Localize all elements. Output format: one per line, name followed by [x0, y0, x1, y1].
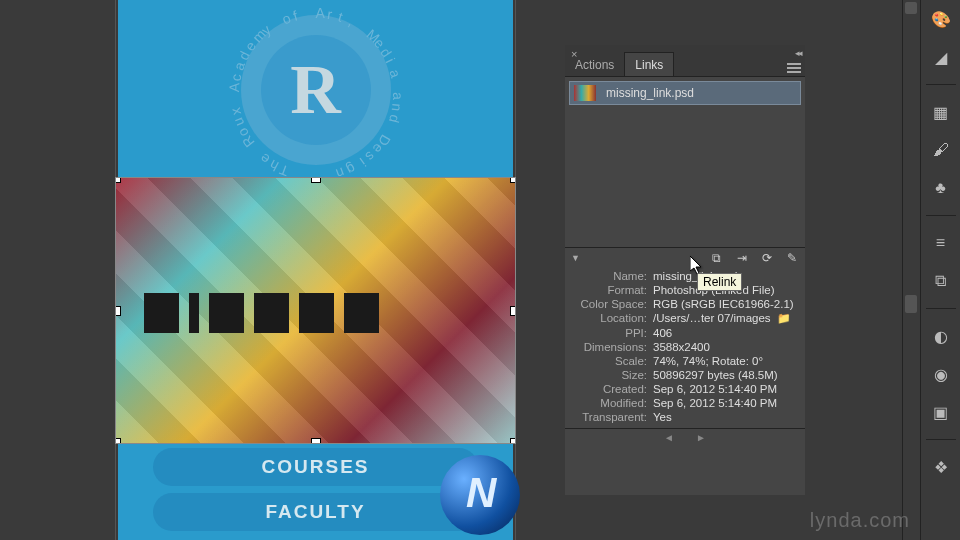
reveal-folder-icon[interactable]: 📁	[777, 312, 791, 324]
layers-icon[interactable]: ❖	[930, 456, 952, 478]
edit-original-icon[interactable]: ✎	[784, 250, 799, 265]
scroll-thumb[interactable]	[905, 295, 917, 313]
vertical-scrollbar[interactable]	[902, 0, 918, 540]
value-scale: 74%, 74%; Rotate: 0°	[653, 355, 797, 367]
label-scale: Scale:	[573, 355, 653, 367]
workspace: R The Roux Academy of Art, Media and Des…	[0, 0, 900, 540]
appearance-icon[interactable]: ◉	[930, 363, 952, 385]
swatches-icon[interactable]: ▦	[930, 101, 952, 123]
label-colorspace: Color Space:	[573, 298, 653, 310]
align-icon[interactable]: ⧉	[930, 270, 952, 292]
panel-menu-icon[interactable]	[787, 63, 801, 73]
right-icon-rail: 🎨 ◢ ▦ 🖌 ♣ ≡ ⧉ ◐ ◉ ▣ ❖	[920, 0, 960, 540]
handle-bot-right[interactable]	[511, 439, 515, 443]
link-nav-footer: ◄ ►	[565, 428, 805, 446]
brushes-icon[interactable]: 🖌	[930, 139, 952, 161]
graphic-styles-icon[interactable]: ▣	[930, 401, 952, 423]
prev-link-icon[interactable]: ◄	[664, 432, 674, 443]
link-info-body: Name:missing_link.psd Format:Photoshop (…	[565, 267, 805, 428]
handle-top-right[interactable]	[511, 178, 515, 182]
label-format: Format:	[573, 284, 653, 296]
link-thumbnail	[574, 85, 596, 101]
label-created: Created:	[573, 383, 653, 395]
selection-handles	[116, 178, 515, 443]
goto-link-icon[interactable]: ⇥	[734, 250, 749, 265]
value-modified: Sep 6, 2012 5:14:40 PM	[653, 397, 797, 409]
handle-mid-right[interactable]	[511, 307, 515, 315]
panel-header: × ◂◂ Actions Links	[565, 45, 805, 77]
value-ppi: 406	[653, 327, 797, 339]
handle-bot-mid[interactable]	[312, 439, 320, 443]
stroke-icon[interactable]: ≡	[930, 232, 952, 254]
value-colorspace: RGB (sRGB IEC61966-2.1)	[653, 298, 797, 310]
value-location: /Users/…ter 07/images📁	[653, 312, 797, 325]
label-location: Location:	[573, 312, 653, 325]
artboard: R The Roux Academy of Art, Media and Des…	[118, 0, 513, 540]
next-link-icon[interactable]: ►	[696, 432, 706, 443]
handle-top-mid[interactable]	[312, 178, 320, 182]
label-size: Size:	[573, 369, 653, 381]
logo-area: R The Roux Academy of Art, Media and Des…	[118, 0, 513, 180]
value-transparent: Yes	[653, 411, 797, 423]
label-ppi: PPI:	[573, 327, 653, 339]
transparency-icon[interactable]: ◐	[930, 325, 952, 347]
color-icon[interactable]: 🎨	[930, 8, 952, 30]
symbols-icon[interactable]: ♣	[930, 177, 952, 199]
value-created: Sep 6, 2012 5:14:40 PM	[653, 383, 797, 395]
watermark-logo	[440, 455, 520, 535]
relink-tooltip: Relink	[697, 273, 742, 291]
link-row[interactable]: missing_link.psd	[569, 81, 801, 105]
relink-icon[interactable]: ⧉	[709, 250, 724, 265]
panel-close-icon[interactable]: ×	[571, 48, 577, 60]
watermark-text: lynda.com	[810, 509, 910, 532]
handle-mid-left[interactable]	[116, 307, 120, 315]
label-name: Name:	[573, 270, 653, 282]
tab-links[interactable]: Links	[624, 52, 674, 76]
info-disclosure-icon[interactable]: ▼	[571, 253, 580, 263]
value-dimensions: 3588x2400	[653, 341, 797, 353]
handle-bot-left[interactable]	[116, 439, 120, 443]
faculty-button[interactable]: FACULTY	[153, 493, 478, 531]
update-link-icon[interactable]: ⟳	[759, 250, 774, 265]
panel-collapse-icon[interactable]: ◂◂	[795, 48, 801, 58]
courses-button[interactable]: COURSES	[153, 448, 478, 486]
label-modified: Modified:	[573, 397, 653, 409]
links-panel: × ◂◂ Actions Links missing_link.psd ▼ ⧉ …	[565, 45, 805, 495]
value-size: 50896297 bytes (48.5M)	[653, 369, 797, 381]
placed-image[interactable]	[116, 178, 515, 443]
link-info-header: ▼ ⧉ ⇥ ⟳ ✎	[565, 247, 805, 267]
gradient-icon[interactable]: ◢	[930, 46, 952, 68]
scroll-up-icon[interactable]	[905, 2, 917, 14]
handle-top-left[interactable]	[116, 178, 120, 182]
links-list: missing_link.psd	[565, 77, 805, 247]
link-filename: missing_link.psd	[606, 86, 694, 100]
label-dimensions: Dimensions:	[573, 341, 653, 353]
logo-ring-text: The Roux Academy of Art, Media and Desig…	[118, 0, 513, 180]
label-transparent: Transparent:	[573, 411, 653, 423]
